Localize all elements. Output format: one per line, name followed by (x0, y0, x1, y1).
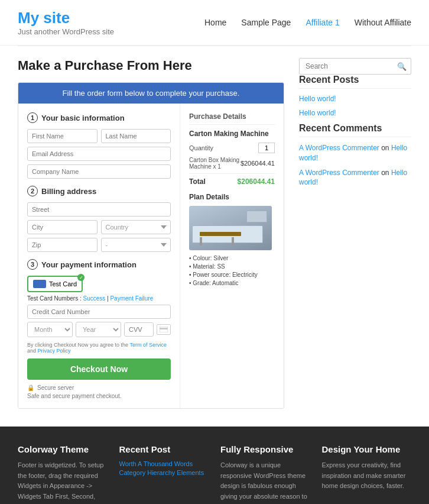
section-num-1: 1 (27, 112, 38, 123)
section-num-3: 3 (27, 259, 38, 270)
privacy-link[interactable]: Privacy Policy (38, 348, 71, 354)
test-card-button[interactable]: Test Card (27, 276, 83, 292)
recent-comments-title: Recent Comments (299, 123, 411, 137)
footer-col-3: Fully Responsive Colorway is a unique re… (220, 444, 310, 504)
section-basic-info-title: 1 Your basic information (27, 112, 171, 123)
month-select[interactable]: Month (27, 322, 73, 337)
footer-main: Colorway Theme Footer is widgetized. To … (0, 427, 429, 504)
purchase-form-container: Fill the order form below to complete yo… (18, 82, 284, 409)
footer-recent-post-1[interactable]: Worth A Thousand Words (119, 460, 209, 467)
commenter-1-link[interactable]: A WordPress Commenter (299, 144, 379, 152)
machine-leg-right (232, 237, 234, 245)
machine-leg-left (200, 237, 202, 245)
svg-rect-1 (160, 328, 168, 329)
sidebar-comment-2: A WordPress Commenter on Hello world! (299, 168, 411, 188)
quantity-label: Quantity (189, 144, 213, 151)
test-card-links: Test Card Numbers : Success | Payment Fa… (27, 295, 171, 302)
footer-col-2-title: Recent Post (119, 444, 209, 454)
terms-prefix: By clicking Checkout Now you agree to th… (27, 342, 128, 348)
machine-control-panel (246, 211, 267, 222)
footer-col-3-text: Colorway is a unique responsive WordPres… (220, 460, 310, 504)
checkout-button[interactable]: Checkout Now (27, 358, 171, 380)
lock-icon: 🔒 (27, 385, 34, 391)
email-row (27, 147, 171, 161)
site-title: My site (18, 9, 114, 27)
card-icon (33, 280, 46, 288)
purchase-details-title: Purchase Details (189, 112, 275, 125)
page-title: Make a Purchase From Here (18, 58, 284, 73)
site-header: My site Just another WordPress site Home… (0, 0, 429, 46)
footer-col-4-text: Express your creativity, find inspiratio… (322, 460, 412, 492)
terms-text: By clicking Checkout Now you agree to th… (27, 342, 171, 354)
city-country-row: Country (27, 220, 171, 234)
zip-input[interactable] (27, 238, 98, 252)
total-row: Total $206044.41 (189, 173, 275, 186)
test-card-numbers-label: Test Card Numbers : (27, 295, 82, 302)
last-name-input[interactable] (101, 129, 171, 143)
plan-bullets: Colour: Silver Material: SS Power source… (189, 255, 275, 286)
cc-number-input[interactable] (27, 305, 171, 319)
search-icon: 🔍 (397, 62, 407, 71)
test-card-wrapper: Test Card (27, 276, 171, 292)
checkmark-icon (77, 274, 84, 281)
cvv-input[interactable] (124, 322, 154, 337)
plan-details-title: Plan Details (189, 193, 275, 201)
first-name-input[interactable] (27, 129, 98, 143)
form-header-text: Fill the order form below to complete yo… (63, 89, 240, 98)
section-basic-info-label: Your basic information (41, 114, 125, 122)
terms-link[interactable]: Term of Service (129, 342, 167, 348)
commenter-2-link[interactable]: A WordPress Commenter (299, 169, 379, 177)
city-input[interactable] (27, 220, 98, 234)
footer-col-3-title: Fully Responsive (220, 444, 310, 454)
comment-on-1: on (381, 144, 389, 152)
quantity-input[interactable] (258, 143, 275, 153)
section-num-2: 2 (27, 186, 38, 196)
secure-checkout-text: Safe and secure payment checkout. (27, 393, 171, 399)
bullet-grade: Grade: Automatic (189, 280, 275, 286)
nav-sample-page[interactable]: Sample Page (241, 18, 291, 27)
sidebar-post-2[interactable]: Hello world! (299, 109, 411, 117)
street-row (27, 202, 171, 217)
nav-affiliate1[interactable]: Affiliate 1 (306, 18, 339, 27)
footer-grid: Colorway Theme Footer is widgetized. To … (18, 444, 411, 504)
sidebar-comment-1: A WordPress Commenter on Hello world! (299, 143, 411, 163)
secure-server-text: Secure server (37, 385, 74, 391)
content-wrapper: Make a Purchase From Here Fill the order… (0, 46, 429, 421)
main-content: Make a Purchase From Here Fill the order… (18, 58, 284, 409)
nav-without-affiliate[interactable]: Without Affiliate (355, 18, 411, 27)
form-header: Fill the order form below to complete yo… (18, 83, 284, 104)
country-select[interactable]: Country (101, 220, 171, 234)
price-row: Carton Box Making Machine x 1 $206044.41 (189, 157, 275, 170)
main-nav: Home Sample Page Affiliate 1 Without Aff… (204, 18, 411, 27)
site-footer: Colorway Theme Footer is widgetized. To … (0, 427, 429, 504)
cvv-icon (157, 324, 171, 335)
terms-and: and (27, 348, 36, 354)
site-tagline: Just another WordPress site (18, 27, 114, 36)
state-select[interactable]: - (101, 238, 171, 252)
section-payment-label: Your payment information (41, 260, 136, 269)
company-input[interactable] (27, 164, 171, 179)
comment-on-2: on (381, 169, 389, 177)
footer-col-1-title: Colorway Theme (18, 444, 108, 454)
section-billing-label: Billing address (41, 187, 96, 196)
year-select[interactable]: Year (76, 322, 121, 337)
name-row (27, 129, 171, 143)
recent-posts-title: Recent Posts (299, 75, 411, 89)
footer-recent-post-2[interactable]: Category Hierarchy Elements (119, 469, 209, 476)
failure-link[interactable]: Payment Failure (110, 295, 153, 302)
zip-row: - (27, 238, 171, 252)
product-name: Carton Making Machine (189, 130, 275, 138)
total-price: $206044.41 (238, 177, 275, 186)
street-input[interactable] (27, 202, 171, 217)
search-input[interactable] (299, 58, 411, 75)
price-label: Carton Box Making Machine x 1 (189, 157, 240, 170)
success-link[interactable]: Success (83, 295, 105, 302)
email-input[interactable] (27, 147, 171, 161)
secure-row: 🔒 Secure server (27, 385, 171, 391)
sidebar-post-1[interactable]: Hello world! (299, 95, 411, 103)
footer-col-1: Colorway Theme Footer is widgetized. To … (18, 444, 108, 504)
bullet-power: Power source: Electricity (189, 272, 275, 278)
nav-home[interactable]: Home (204, 18, 226, 27)
bullet-colour: Colour: Silver (189, 255, 275, 261)
search-wrapper: 🔍 (299, 58, 411, 75)
